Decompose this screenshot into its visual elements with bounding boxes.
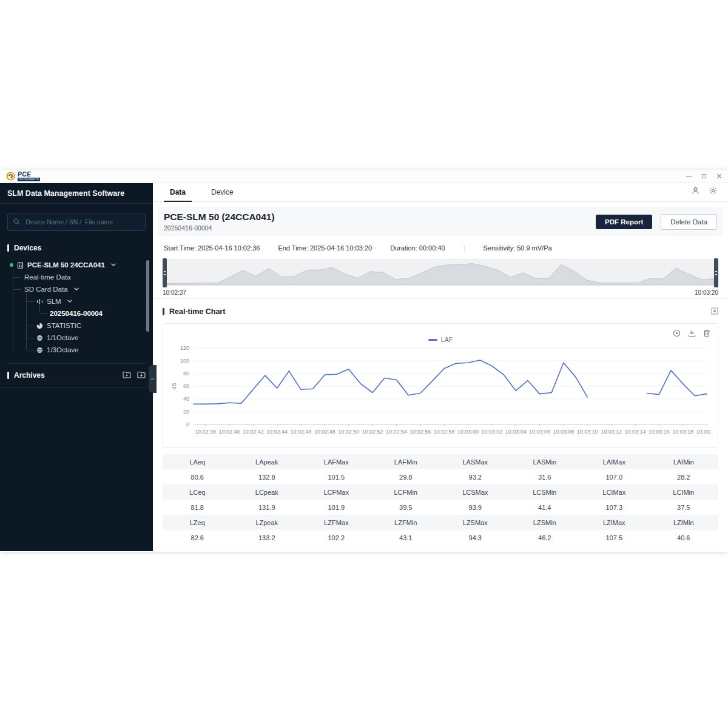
info-item: Duration: 00:00:40	[390, 244, 445, 252]
metric-value: 93.9	[440, 504, 510, 511]
metric-value: 80.6	[163, 474, 232, 481]
metric-label: LASMax	[440, 458, 510, 466]
device-search-box[interactable]	[7, 213, 146, 231]
info-item: Start Time: 2025-04-16 10:02:36	[164, 244, 260, 252]
info-item: End Time: 2025-04-16 10:03:20	[278, 244, 372, 252]
minimize-button[interactable]	[686, 173, 692, 179]
pce-logo: PCE INSTRUMENTS	[6, 172, 40, 181]
app-title: SLM Data Management Software	[0, 183, 153, 204]
metric-label: LCFMin	[371, 489, 441, 496]
tab-data[interactable]: Data	[164, 184, 192, 201]
metric-label: LApeak	[232, 458, 302, 466]
metric-value: 29.8	[371, 474, 441, 481]
tree-item-pce-slm-50-24cca041[interactable]: PCE-SLM 50 24CCA041	[7, 259, 144, 271]
svg-text:100: 100	[180, 358, 189, 364]
svg-text:dB: dB	[171, 383, 177, 390]
metric-label: LCeq	[163, 489, 232, 496]
tree-item-label: STATISTIC	[47, 322, 81, 329]
table-value-row: 82.6133.2102.243.194.346.2107.540.6	[163, 530, 718, 545]
info-item: Sensitivity: 50.9 mV/Pa	[484, 244, 552, 252]
tabbar: DataDevice	[153, 183, 728, 202]
tree-item-real-time-data[interactable]: Real-time Data	[7, 271, 144, 283]
folder-import-icon[interactable]	[137, 370, 146, 381]
tree-item-statistic[interactable]: STATISTIC	[7, 320, 144, 332]
svg-text:10:03:20: 10:03:20	[696, 429, 712, 435]
chevron-down-icon[interactable]	[67, 300, 72, 303]
overview-area[interactable]	[166, 260, 715, 286]
svg-text:10:03:12: 10:03:12	[601, 429, 622, 435]
reset-icon[interactable]	[673, 329, 681, 337]
metric-value: 101.5	[302, 474, 371, 481]
metric-label: LZeq	[163, 519, 232, 526]
metric-label: LCpeak	[232, 489, 302, 496]
tree-item-label: PCE-SLM 50 24CCA041	[27, 261, 105, 269]
metric-label: LAFMax	[302, 458, 371, 466]
svg-text:10:03:10: 10:03:10	[577, 429, 598, 435]
user-icon[interactable]	[692, 186, 699, 197]
chevron-down-icon[interactable]	[74, 287, 79, 291]
search-input[interactable]	[24, 218, 140, 226]
overview-right-handle[interactable]	[714, 258, 718, 287]
expand-icon[interactable]	[711, 306, 718, 317]
metric-label: LCSMin	[510, 489, 580, 496]
table-header-row: LZeqLZpeakLZFMaxLZFMinLZSMaxLZSMinLZIMax…	[163, 515, 718, 530]
svg-text:10:03:06: 10:03:06	[529, 429, 550, 435]
info-divider: |	[463, 244, 465, 252]
tree-item-20250416-00004[interactable]: 20250416-00004	[7, 307, 144, 320]
metric-label: LZpeak	[232, 519, 302, 526]
metric-label: LCFMax	[302, 489, 371, 496]
tree-item-1-3octave[interactable]: 1/3Octave	[7, 344, 144, 356]
metric-value: 94.3	[440, 534, 510, 541]
tree-item-label: 1/1Octave	[47, 334, 78, 341]
svg-text:10:02:38: 10:02:38	[195, 429, 216, 435]
close-button[interactable]	[716, 173, 722, 179]
metric-value: 101.9	[302, 504, 371, 511]
svg-text:20: 20	[183, 409, 189, 415]
overview-left-handle[interactable]	[163, 258, 167, 287]
sidebar-collapse-handle[interactable]: «	[149, 365, 157, 393]
tree-item-sd-card-data[interactable]: SD Card Data	[7, 283, 144, 295]
metric-label: LZSMin	[510, 519, 580, 526]
metric-value: 93.2	[440, 474, 510, 481]
metric-label: LZSMax	[440, 519, 510, 526]
svg-text:10:02:48: 10:02:48	[314, 429, 335, 435]
svg-text:10:02:54: 10:02:54	[386, 429, 407, 435]
svg-text:0: 0	[186, 421, 189, 427]
realtime-chart-card: LAF 020406080100120dB10:02:3810:02:4010:…	[163, 323, 718, 448]
metric-value: 133.2	[232, 534, 302, 541]
svg-text:10:03:14: 10:03:14	[624, 429, 645, 435]
settings-icon[interactable]	[709, 186, 717, 197]
metric-value: 37.5	[649, 504, 719, 511]
table-value-row: 80.6132.8101.529.893.231.6107.028.2	[163, 469, 718, 484]
metric-value: 132.8	[232, 474, 302, 481]
metric-value: 40.6	[649, 534, 719, 541]
metric-value: 41.4	[510, 504, 580, 511]
laf-line-chart[interactable]: 020406080100120dB10:02:3810:02:4010:02:4…	[169, 343, 712, 445]
app-window: PCE INSTRUMENTS SLM Data Management Soft…	[0, 170, 728, 552]
delete-data-button[interactable]: Delete Data	[661, 214, 717, 230]
maximize-button[interactable]	[701, 173, 707, 179]
tree-scrollbar[interactable]	[146, 260, 149, 332]
svg-text:10:03:18: 10:03:18	[672, 429, 693, 435]
download-icon[interactable]	[688, 329, 696, 337]
devices-section-header: Devices	[0, 238, 153, 258]
tree-item-1-1octave[interactable]: 1/1Octave	[7, 332, 144, 344]
chevron-down-icon[interactable]	[111, 263, 116, 267]
chart-legend[interactable]: LAF	[169, 336, 712, 343]
tree-item-slm[interactable]: SLM	[7, 295, 144, 307]
metric-value: 107.5	[579, 534, 649, 541]
tab-device[interactable]: Device	[205, 184, 240, 201]
metric-value: 102.2	[302, 534, 371, 541]
metric-label: LAIMin	[649, 458, 719, 466]
folder-add-icon[interactable]	[123, 370, 131, 381]
tree-item-label: SLM	[47, 298, 61, 305]
metric-label: LASMin	[510, 458, 580, 466]
clear-chart-icon[interactable]	[703, 329, 710, 337]
metric-value: 82.6	[163, 534, 232, 541]
legend-line-swatch	[428, 339, 437, 341]
metric-value: 43.1	[371, 534, 441, 541]
overview-waveform	[167, 260, 714, 286]
pdf-report-button[interactable]: PDF Report	[596, 215, 652, 229]
tree-item-label: 1/3Octave	[47, 346, 78, 353]
metric-label: LCIMin	[649, 489, 719, 496]
